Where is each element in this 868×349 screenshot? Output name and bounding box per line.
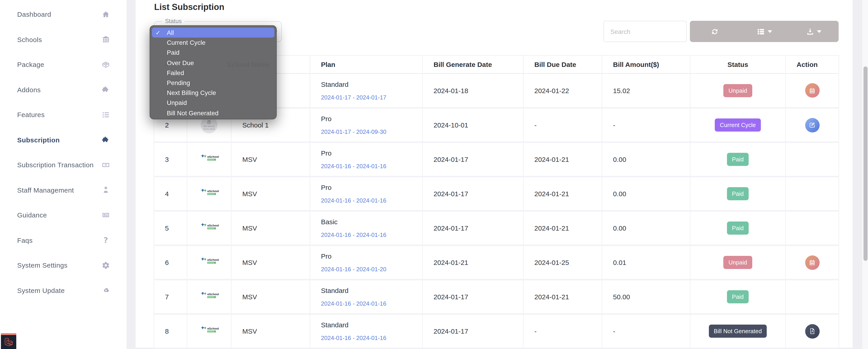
download-icon bbox=[806, 27, 814, 35]
status-option-next-billing-cycle[interactable]: Next Billing Cycle bbox=[150, 88, 276, 98]
svg-text:eSchool: eSchool bbox=[207, 155, 219, 158]
status-badge: Paid bbox=[727, 187, 749, 200]
refresh-button[interactable] bbox=[690, 21, 739, 42]
vertical-scrollbar-track[interactable] bbox=[862, 0, 868, 349]
plan-period-link[interactable]: 2024-01-16 - 2024-01-16 bbox=[321, 231, 418, 238]
bank-icon bbox=[101, 35, 110, 44]
sidebar-item-system-update[interactable]: System Update bbox=[0, 278, 127, 303]
status-badge: Unpaid bbox=[723, 84, 752, 97]
cell-action bbox=[785, 177, 839, 211]
table-row: 7eSchoolSCHOOLMSVStandard2024-01-16 - 20… bbox=[154, 280, 839, 314]
plan-name: Basic bbox=[321, 218, 418, 226]
cell-status: Unpaid bbox=[690, 245, 785, 280]
school-logo: eSchoolSCHOOL bbox=[187, 188, 231, 200]
edit-action-button[interactable] bbox=[805, 118, 819, 132]
cell-action bbox=[785, 73, 839, 108]
status-badge: Paid bbox=[727, 222, 749, 234]
plan-period-link[interactable]: 2024-01-16 - 2024-01-16 bbox=[321, 197, 418, 204]
status-option-failed[interactable]: Failed bbox=[150, 68, 276, 78]
cell-plan: Standard2024-01-17 - 2024-01-17 bbox=[310, 73, 423, 108]
puzzle-icon bbox=[102, 136, 110, 144]
cell-plan: Standard2024-01-16 - 2024-01-16 bbox=[310, 280, 423, 314]
sidebar-item-package[interactable]: Package bbox=[0, 52, 127, 77]
svg-text:SCHOOL: SCHOOL bbox=[208, 262, 214, 263]
columns-button[interactable] bbox=[739, 21, 789, 42]
cell-bill-generate-date: 2024-10-01 bbox=[423, 108, 523, 142]
cell-bill-due-date: 2024-01-22 bbox=[523, 73, 602, 108]
list-icon bbox=[102, 111, 110, 119]
vertical-scrollbar-thumb[interactable] bbox=[863, 66, 867, 261]
status-option-pending[interactable]: Pending bbox=[150, 78, 276, 88]
plan-period-link[interactable]: 2024-01-17 - 2024-01-17 bbox=[321, 94, 418, 101]
pdf-action-button[interactable] bbox=[805, 324, 819, 338]
laravel-debugbar-toggle[interactable] bbox=[1, 333, 16, 349]
sidebar-item-label: System Settings bbox=[17, 261, 68, 269]
plan-name: Pro bbox=[321, 115, 418, 123]
sidebar-item-label: Package bbox=[17, 61, 44, 68]
sidebar-item-schools[interactable]: Schools bbox=[0, 27, 127, 52]
cell-row-number: 8 bbox=[154, 314, 187, 348]
cell-bill-amount: 0.01 bbox=[602, 245, 690, 280]
cell-action bbox=[785, 314, 839, 348]
calendar-action-button[interactable] bbox=[805, 83, 819, 98]
col-header-amount: Bill Amount($) bbox=[602, 55, 690, 73]
cell-school-name: MSV bbox=[231, 142, 310, 177]
svg-text:eSchool: eSchool bbox=[207, 189, 219, 193]
sidebar-item-subscription-transaction[interactable]: Subscription Transaction bbox=[0, 152, 127, 178]
sidebar-item-system-settings[interactable]: System Settings bbox=[0, 253, 127, 278]
plan-period-link[interactable]: 2024-01-16 - 2024-01-20 bbox=[321, 266, 418, 273]
plan-period-link[interactable]: 2024-01-16 - 2024-01-16 bbox=[321, 163, 418, 169]
svg-text:SCHOOL: SCHOOL bbox=[208, 331, 214, 332]
sidebar-item-label: Addons bbox=[17, 86, 41, 94]
plan-period-link[interactable]: 2024-01-16 - 2024-01-16 bbox=[321, 300, 418, 307]
money-bill-icon bbox=[102, 161, 110, 169]
table-toolbar bbox=[690, 21, 839, 42]
cell-bill-generate-date: 2024-01-17 bbox=[423, 142, 523, 177]
search-input[interactable] bbox=[603, 21, 687, 42]
cell-bill-amount: 15.02 bbox=[602, 73, 690, 108]
cell-bill-generate-date: 2024-01-17 bbox=[423, 280, 523, 314]
plan-period-link[interactable]: 2024-01-16 - 2024-01-16 bbox=[321, 335, 418, 341]
school-logo: eSchoolSCHOOL bbox=[187, 325, 231, 337]
status-dropdown-menu: ✓AllCurrent CyclePaidOver DueFailedPendi… bbox=[150, 25, 277, 119]
calendar-action-button[interactable] bbox=[805, 255, 819, 269]
cell-row-number: 7 bbox=[154, 280, 187, 314]
svg-text:SCHOOL: SCHOOL bbox=[208, 159, 214, 160]
plan-name: Pro bbox=[321, 184, 418, 191]
status-option-unpaid[interactable]: Unpaid bbox=[150, 98, 276, 108]
cell-bill-amount: 50.00 bbox=[602, 280, 690, 314]
cell-row-number: 5 bbox=[154, 211, 187, 245]
sidebar-item-faqs[interactable]: Faqs? bbox=[0, 228, 127, 253]
status-option-paid[interactable]: Paid bbox=[150, 48, 276, 58]
cell-status: Paid bbox=[690, 177, 785, 211]
sidebar-item-label: System Update bbox=[17, 287, 65, 294]
puzzle-icon bbox=[101, 135, 110, 145]
bank-icon bbox=[102, 35, 110, 44]
status-badge: Paid bbox=[727, 153, 749, 166]
plan-period-link[interactable]: 2024-01-17 - 2024-09-30 bbox=[321, 128, 418, 135]
sidebar-item-features[interactable]: Features bbox=[0, 102, 127, 127]
cell-bill-generate-date: 2024-01-21 bbox=[423, 245, 523, 280]
status-option-bill-not-generated[interactable]: Bill Not Generated bbox=[150, 108, 276, 118]
cell-action bbox=[785, 142, 839, 177]
table-row: 5eSchoolSCHOOLMSVBasic2024-01-16 - 2024-… bbox=[154, 211, 839, 245]
status-option-all[interactable]: ✓All bbox=[152, 28, 274, 37]
sidebar-item-staff-management[interactable]: Staff Management bbox=[0, 178, 127, 202]
status-option-over-due[interactable]: Over Due bbox=[150, 58, 276, 68]
sidebar-item-guidance[interactable]: Guidance bbox=[0, 202, 127, 228]
sidebar-item-subscription[interactable]: Subscription bbox=[0, 127, 127, 152]
sidebar-item-dashboard[interactable]: Dashboard bbox=[0, 2, 127, 27]
cloud-download-icon bbox=[102, 286, 110, 294]
app-window: DashboardSchoolsPackageAddonsFeaturesSub… bbox=[0, 0, 868, 349]
puzzle-icon bbox=[101, 85, 110, 94]
cell-bill-generate-date: 2024-01-17 bbox=[423, 211, 523, 245]
table-row: 6eSchoolSCHOOLMSVPro2024-01-16 - 2024-01… bbox=[154, 245, 839, 280]
status-badge: Bill Not Generated bbox=[709, 325, 767, 338]
cell-status: Paid bbox=[690, 211, 785, 245]
sidebar-item-addons[interactable]: Addons bbox=[0, 77, 127, 102]
cell-plan: Pro2024-01-16 - 2024-01-20 bbox=[310, 245, 423, 280]
status-badge: Paid bbox=[727, 290, 749, 303]
export-button[interactable] bbox=[789, 21, 839, 42]
school-logo: eSchoolSCHOOL bbox=[187, 291, 231, 303]
status-option-current-cycle[interactable]: Current Cycle bbox=[150, 37, 276, 47]
